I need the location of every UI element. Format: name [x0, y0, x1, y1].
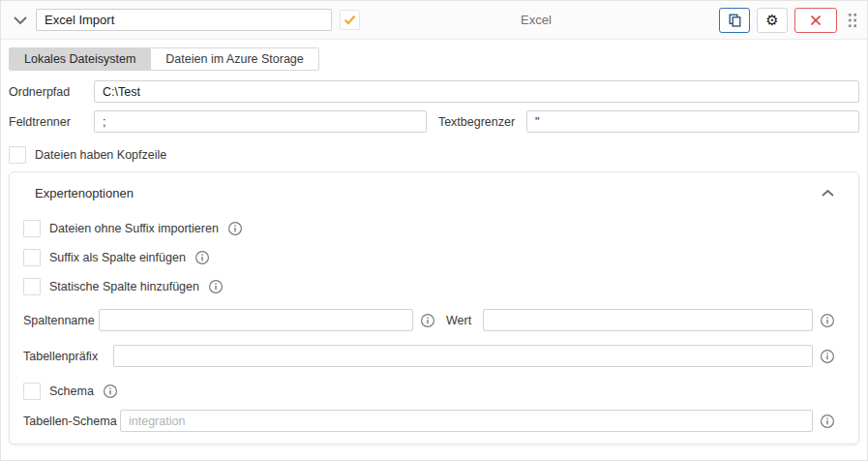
info-icon[interactable] — [103, 384, 118, 399]
suffix-as-column-label: Suffix als Spalte einfügen — [49, 251, 186, 264]
suffix-as-column-row: Suffix als Spalte einfügen — [23, 249, 835, 266]
field-separator-label: Feldtrenner — [9, 115, 94, 129]
column-name-value-row: Spaltenname Wert — [23, 309, 835, 331]
info-icon[interactable] — [820, 414, 835, 429]
delete-button[interactable] — [794, 8, 837, 33]
import-without-suffix-row: Dateien ohne Suffix importieren — [23, 220, 835, 237]
column-name-input[interactable] — [99, 309, 413, 331]
info-icon[interactable] — [208, 279, 224, 294]
duplicate-button[interactable] — [719, 8, 750, 33]
files-have-header-row: Dateien haben Kopfzeile — [9, 146, 859, 164]
grip-dots-icon — [849, 13, 857, 28]
info-icon[interactable] — [820, 349, 835, 364]
expert-options-panel: Expertenoptionen Dateien ohne Suffix imp… — [9, 171, 859, 445]
valid-check-badge — [340, 10, 360, 30]
expert-panel-title: Expertenoptionen — [35, 186, 134, 200]
tab-azure-storage[interactable]: Dateien im Azure Storage — [151, 47, 318, 71]
close-icon — [810, 15, 822, 26]
column-name-label: Spaltenname — [23, 314, 99, 327]
info-icon[interactable] — [195, 250, 210, 265]
header-bar: Excel ⚙ — [1, 1, 867, 40]
excel-import-widget: Excel ⚙ Lokales Dateis — [0, 0, 868, 461]
value-input[interactable] — [483, 309, 813, 331]
info-icon[interactable] — [820, 313, 835, 328]
drag-handle[interactable] — [849, 13, 857, 28]
table-prefix-label: Tabellenpräfix — [23, 350, 113, 363]
schema-label: Schema — [49, 384, 94, 398]
content-area: Lokales Dateisystem Dateien im Azure Sto… — [1, 40, 867, 445]
files-have-header-checkbox[interactable] — [9, 146, 26, 164]
table-schema-input[interactable] — [120, 410, 813, 432]
table-schema-row: Tabellen-Schema — [23, 410, 835, 432]
static-column-row: Statische Spalte hinzufügen — [23, 278, 835, 295]
suffix-as-column-checkbox[interactable] — [23, 249, 41, 266]
import-name-input[interactable] — [36, 9, 332, 31]
separator-row: Feldtrenner Textbegrenzer — [9, 110, 859, 133]
value-label: Wert — [446, 314, 471, 327]
text-delimiter-label: Textbegrenzer — [438, 115, 515, 129]
files-have-header-label: Dateien haben Kopfzeile — [35, 148, 166, 162]
import-without-suffix-checkbox[interactable] — [23, 220, 41, 237]
info-icon[interactable] — [420, 313, 435, 328]
text-delimiter-input[interactable] — [526, 110, 859, 133]
import-without-suffix-label: Dateien ohne Suffix importieren — [49, 222, 219, 235]
field-separator-input[interactable] — [94, 110, 427, 133]
folder-path-input[interactable] — [94, 80, 859, 103]
tab-local-filesystem[interactable]: Lokales Dateisystem — [9, 47, 151, 71]
folder-path-label: Ordnerpfad — [9, 85, 94, 99]
static-column-label: Statische Spalte hinzufügen — [49, 280, 199, 293]
collapse-chevron-up-icon[interactable] — [821, 189, 835, 198]
collapse-chevron-down-icon[interactable] — [13, 15, 28, 25]
static-column-checkbox[interactable] — [23, 278, 41, 295]
expert-panel-header[interactable]: Expertenoptionen — [23, 186, 835, 200]
check-icon — [344, 15, 356, 25]
settings-button[interactable]: ⚙ — [757, 8, 788, 33]
source-tabs: Lokales Dateisystem Dateien im Azure Sto… — [9, 47, 319, 71]
table-prefix-row: Tabellenpräfix — [23, 345, 835, 367]
gear-icon: ⚙ — [765, 12, 778, 29]
schema-row: Schema — [23, 383, 835, 400]
table-schema-label: Tabellen-Schema — [23, 415, 120, 428]
schema-checkbox[interactable] — [23, 383, 41, 400]
folder-path-row: Ordnerpfad — [9, 80, 859, 103]
table-prefix-input[interactable] — [113, 345, 813, 367]
info-icon[interactable] — [227, 221, 243, 236]
copy-icon — [729, 14, 741, 27]
connector-type-label: Excel — [360, 13, 712, 27]
